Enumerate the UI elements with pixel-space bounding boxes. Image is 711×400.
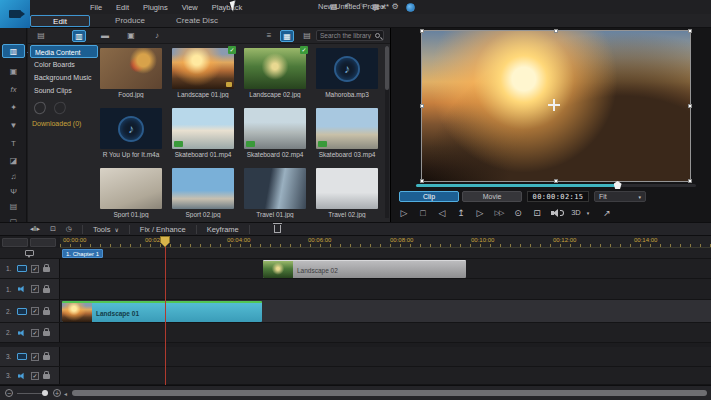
tab-produce[interactable]: Produce — [100, 15, 160, 27]
play-button[interactable]: ▷ — [399, 206, 409, 220]
lock-icon[interactable] — [43, 374, 50, 379]
stop-button[interactable]: □ — [418, 206, 428, 220]
range-select-button[interactable] — [30, 238, 56, 247]
tab-edit[interactable]: Edit — [30, 15, 90, 27]
selection-handle[interactable] — [688, 29, 692, 33]
zoom-in-button[interactable]: + — [53, 389, 61, 397]
track-2-video[interactable]: 2. Landscape 01 — [0, 300, 711, 323]
crosshair-center-icon[interactable] — [548, 99, 560, 111]
keyframe-button[interactable]: Keyframe — [207, 225, 239, 234]
preview-video-frame[interactable] — [422, 31, 690, 181]
pip-objects-room-icon[interactable]: ✦ — [2, 100, 25, 114]
media-item[interactable]: ✓ Landscape 02.jpg — [242, 45, 308, 105]
track-enable-checkbox[interactable] — [31, 372, 39, 380]
track-3-audio[interactable]: 3. — [0, 367, 711, 385]
selection-handle[interactable] — [420, 29, 424, 33]
tools-button[interactable]: Tools ∨ — [93, 225, 119, 234]
menu-file[interactable]: File — [90, 3, 102, 12]
movie-mode-button[interactable]: Movie — [462, 191, 522, 202]
view-detail-icon[interactable]: ▤ — [300, 30, 314, 42]
selection-handle[interactable] — [420, 104, 424, 108]
chapter-room-icon[interactable]: ▤ — [2, 199, 25, 213]
filter-photo-icon[interactable]: ▣ — [124, 30, 138, 42]
settings-gear-icon[interactable]: ⚙ — [392, 1, 399, 13]
menu-edit[interactable]: Edit — [116, 3, 129, 12]
track-1-video[interactable]: 1. Landscape 02 — [0, 259, 711, 279]
lock-icon[interactable] — [43, 310, 50, 315]
clip-landscape-01-selected[interactable]: Landscape 01 — [62, 301, 262, 322]
seekbar-handle[interactable] — [614, 181, 622, 189]
powerdirector-logo-icon[interactable] — [0, 0, 30, 28]
selection-handle[interactable] — [554, 179, 558, 183]
particle-room-icon[interactable]: ▼ — [2, 118, 25, 132]
media-item[interactable]: ♪ R You Up for It.m4a — [98, 105, 164, 165]
filter-video-icon[interactable]: ▬ — [98, 30, 112, 42]
zoom-out-button[interactable]: − — [5, 389, 13, 397]
track-enable-checkbox[interactable] — [31, 285, 39, 293]
selection-handle[interactable] — [554, 29, 558, 33]
menu-view[interactable]: View — [182, 3, 198, 12]
next-frame-button[interactable]: ▷ — [475, 206, 485, 220]
media-item[interactable]: Food.jpg — [98, 45, 164, 105]
track-2-audio[interactable]: 2. — [0, 323, 711, 343]
library-scrollbar[interactable] — [385, 46, 389, 218]
media-room-icon[interactable]: ▥ — [2, 44, 25, 58]
track-enable-checkbox[interactable] — [31, 329, 39, 337]
media-item[interactable]: Skateboard 03.mp4 — [314, 105, 380, 165]
track-3-video[interactable]: 3. — [0, 347, 711, 367]
library-panel-icon[interactable]: ▤ — [34, 30, 48, 42]
track-enable-checkbox[interactable] — [31, 353, 39, 361]
media-item[interactable]: Skateboard 02.mp4 — [242, 105, 308, 165]
clip-mode-button[interactable]: Clip — [399, 191, 459, 202]
timeline-horizontal-scrollbar[interactable] — [72, 390, 707, 396]
selection-handle[interactable] — [420, 179, 424, 183]
scroll-left-icon[interactable]: ◂ — [64, 390, 67, 397]
lock-icon[interactable] — [43, 331, 50, 336]
preview-quality-button[interactable]: ⊡ — [532, 206, 542, 220]
lock-icon[interactable] — [43, 288, 50, 293]
seek-button[interactable]: ↥ — [456, 206, 466, 220]
split-icon[interactable]: ◂‖▸ — [30, 225, 40, 233]
chapter-marker[interactable]: 1. Chapter 1 — [62, 249, 103, 258]
media-item[interactable]: Travel 01.jpg — [242, 165, 308, 225]
view-list-icon[interactable]: ≡ — [262, 30, 276, 42]
timecode-display[interactable]: 00:00:02:15 — [527, 191, 589, 202]
account-icon[interactable] — [406, 3, 415, 12]
track-manager-button[interactable] — [2, 238, 28, 247]
track-enable-checkbox[interactable] — [31, 307, 39, 315]
search-input[interactable]: Search the library — [316, 30, 384, 41]
category-color-boards[interactable]: Color Boards — [30, 58, 98, 71]
filter-all-media-icon[interactable]: ▥ — [72, 30, 86, 42]
category-downloaded[interactable]: Downloaded (0) — [32, 120, 81, 127]
fast-forward-button[interactable]: ▷▷ — [494, 206, 504, 220]
view-thumbnail-icon[interactable]: ▦ — [280, 30, 294, 42]
delete-trash-icon[interactable] — [274, 225, 281, 233]
share-preview-button[interactable]: ↗ — [602, 206, 612, 220]
selection-handle[interactable] — [688, 104, 692, 108]
preview-seekbar[interactable] — [416, 184, 696, 187]
snapshot-button[interactable]: ⊙ — [513, 206, 523, 220]
lock-icon[interactable] — [43, 267, 50, 272]
zoom-fit-dropdown[interactable]: Fit ▾ — [594, 191, 646, 202]
fix-enhance-button[interactable]: Fix / Enhance — [140, 225, 186, 234]
media-item[interactable]: Travel 02.jpg — [314, 165, 380, 225]
3d-caret-icon[interactable]: ▾ — [583, 206, 593, 220]
media-item[interactable]: ✓ Landscape 01.jpg — [170, 45, 236, 105]
title-room-icon[interactable]: T — [2, 136, 25, 150]
menu-plugins[interactable]: Plugins — [143, 3, 168, 12]
category-media-content[interactable]: Media Content — [30, 45, 98, 58]
clip-landscape-02[interactable]: Landscape 02 — [263, 260, 466, 278]
duration-icon[interactable]: ◷ — [66, 225, 72, 233]
filter-music-icon[interactable]: ♪ — [150, 30, 164, 42]
playhead-line[interactable] — [165, 244, 166, 385]
audio-mixing-room-icon[interactable]: ♫ — [2, 169, 25, 183]
tab-create-disc[interactable]: Create Disc — [164, 15, 230, 27]
media-item[interactable]: Skateboard 01.mp4 — [170, 105, 236, 165]
media-item[interactable]: Sport 01.jpg — [98, 165, 164, 225]
zoom-slider-handle[interactable] — [42, 390, 48, 396]
previous-frame-button[interactable]: ◁ — [437, 206, 447, 220]
selection-handle[interactable] — [688, 179, 692, 183]
crop-icon[interactable]: ⊡ — [50, 225, 56, 233]
templates-room-icon[interactable]: ▣ — [2, 64, 25, 78]
media-item[interactable]: ♪ Mahoroba.mp3 — [314, 45, 380, 105]
